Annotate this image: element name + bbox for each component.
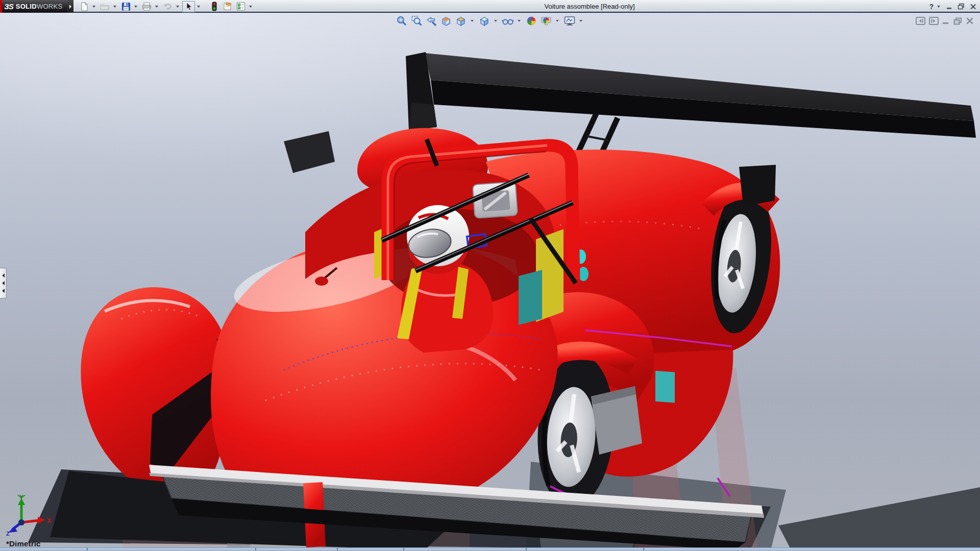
view-settings-icon (564, 15, 576, 27)
minimize-button[interactable] (944, 2, 954, 11)
select-button[interactable] (182, 1, 195, 12)
headsup-view-toolbar (395, 14, 585, 28)
zoom-to-area-icon (411, 15, 422, 27)
minimize-icon (946, 4, 953, 10)
mdi-minimize-icon (942, 17, 950, 24)
triad-y-label: Y (19, 495, 23, 500)
logo-text-light: WORKS (37, 3, 63, 10)
view-settings-button[interactable] (563, 14, 576, 28)
title-bar: ЗS SOLIDWORKS (0, 0, 980, 13)
collapse-pane-left-button[interactable] (916, 17, 925, 25)
graphics-viewport[interactable]: Y X Z *Dimetric (0, 13, 980, 550)
close-icon (970, 4, 976, 10)
menu-expand-arrow[interactable] (67, 0, 74, 13)
hide-show-items-button[interactable] (501, 14, 514, 28)
edit-note-icon (223, 2, 233, 11)
restore-icon (958, 3, 965, 10)
apply-scene-icon (540, 15, 552, 27)
solidworks-logo: ЗS SOLIDWORKS (0, 0, 67, 13)
race-car-model[interactable] (0, 13, 980, 550)
section-view-button[interactable] (439, 14, 453, 28)
undo-button[interactable] (161, 1, 174, 12)
logo-text-bold: SOLID (16, 3, 37, 10)
feature-tree-collapsed-tab[interactable] (0, 268, 7, 298)
new-document-button[interactable] (78, 1, 90, 12)
options-checklist-icon (236, 2, 246, 11)
collapse-arrow-icon (2, 281, 5, 285)
quick-access-toolbar (78, 0, 255, 13)
triad-z-label: Z (6, 531, 10, 537)
collapse-arrow-icon (2, 273, 5, 278)
zoom-to-area-button[interactable] (410, 14, 423, 28)
open-dropdown[interactable] (112, 1, 117, 12)
window-controls: ? (928, 0, 978, 13)
display-style-icon (479, 15, 490, 27)
undo-icon (163, 2, 173, 11)
document-title: Voiture assomblee [Read-only] (470, 0, 709, 13)
collapse-arrow-icon (2, 289, 5, 293)
mdi-minimize-button[interactable] (942, 17, 950, 24)
view-orientation-icon (455, 15, 467, 27)
hide-show-dropdown[interactable] (516, 15, 522, 27)
logo-red-accent (0, 0, 2, 13)
save-button[interactable] (119, 1, 132, 12)
pane-right-icon (929, 17, 939, 25)
help-dropdown[interactable] (936, 1, 941, 12)
mdi-close-button[interactable] (966, 17, 974, 24)
print-button[interactable] (140, 1, 153, 12)
collapse-pane-right-button[interactable] (929, 17, 939, 25)
pane-left-icon (916, 17, 925, 25)
save-dropdown[interactable] (133, 1, 138, 12)
view-orientation-dropdown[interactable] (469, 15, 475, 27)
mdi-close-icon (966, 17, 974, 24)
triad-x-label: X (47, 517, 51, 524)
document-window-controls (916, 17, 974, 25)
appearance-ball-icon (526, 15, 537, 27)
view-settings-dropdown[interactable] (578, 15, 583, 27)
display-style-dropdown[interactable] (493, 15, 498, 27)
apply-scene-dropdown[interactable] (554, 15, 560, 27)
open-button[interactable] (99, 1, 111, 12)
new-document-dropdown[interactable] (91, 1, 96, 12)
view-orientation-button[interactable] (454, 14, 468, 28)
restore-button[interactable] (956, 2, 966, 11)
previous-view-icon (426, 15, 437, 27)
print-icon (142, 2, 152, 11)
close-button[interactable] (968, 2, 978, 11)
new-document-icon (80, 2, 89, 11)
teal-side-panel (655, 371, 675, 403)
solidworks-mark-icon: ЗS (4, 2, 13, 11)
display-style-button[interactable] (478, 14, 491, 28)
taskbar-edge (0, 547, 980, 550)
reference-triad: Y X Z (4, 495, 53, 537)
view-orientation-label: *Dimetric (6, 539, 41, 548)
select-cursor-icon (185, 2, 193, 11)
zoom-to-fit-icon (396, 15, 407, 27)
mdi-restore-icon (953, 17, 962, 25)
apply-scene-button[interactable] (540, 14, 553, 28)
front-winglet (739, 165, 776, 207)
edit-appearance-button[interactable] (525, 14, 538, 28)
mdi-restore-button[interactable] (953, 17, 962, 25)
section-view-icon (440, 15, 452, 27)
print-dropdown[interactable] (154, 1, 159, 12)
options-checklist-button[interactable] (234, 1, 247, 12)
undo-dropdown[interactable] (175, 1, 180, 12)
traffic-light-button[interactable] (208, 1, 220, 12)
traffic-light-icon (211, 2, 217, 11)
select-dropdown[interactable] (195, 1, 201, 12)
open-folder-icon (100, 2, 110, 11)
save-floppy-icon (121, 2, 131, 11)
zoom-to-fit-button[interactable] (395, 14, 408, 28)
previous-view-button[interactable] (425, 14, 438, 28)
eyeglasses-icon (502, 15, 514, 27)
edit-note-button[interactable] (221, 1, 234, 12)
options-dropdown[interactable] (248, 1, 253, 12)
help-button[interactable]: ? (928, 3, 934, 11)
